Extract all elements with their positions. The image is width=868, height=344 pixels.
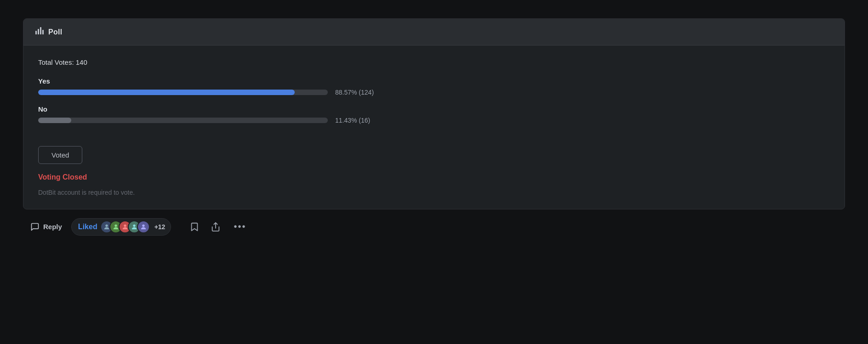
bookmark-icon: [189, 222, 200, 232]
svg-rect-0: [35, 31, 37, 34]
svg-rect-3: [42, 30, 44, 34]
reply-button[interactable]: Reply: [25, 219, 68, 235]
poll-option-no: No 11.43% (16): [38, 105, 830, 124]
svg-rect-1: [38, 29, 39, 34]
poll-card: Poll Total Votes: 140 Yes 88.57% (124) N…: [23, 18, 845, 209]
option-no-percentage: 11.43% (16): [335, 117, 370, 124]
svg-point-5: [114, 224, 117, 226]
option-yes-percentage: 88.57% (124): [335, 89, 374, 96]
reply-label: Reply: [43, 223, 62, 231]
action-bar: Reply Liked: [23, 209, 845, 236]
liked-label: Liked: [78, 223, 97, 231]
option-no-label: No: [38, 105, 830, 113]
option-no-bar-track: [38, 118, 328, 123]
share-button[interactable]: [207, 218, 224, 236]
dots-icon: •••: [234, 221, 246, 231]
voted-button[interactable]: Voted: [38, 146, 82, 164]
plus-count: +12: [154, 223, 166, 231]
share-icon: [211, 222, 221, 232]
option-yes-bar-row: 88.57% (124): [38, 89, 830, 96]
bookmark-button[interactable]: [186, 218, 203, 236]
total-votes: Total Votes: 140: [38, 58, 830, 66]
voting-closed-label: Voting Closed: [38, 173, 830, 181]
poll-option-yes: Yes 88.57% (124): [38, 77, 830, 96]
svg-point-8: [142, 224, 144, 226]
poll-icon: [34, 26, 44, 38]
option-no-bar-row: 11.43% (16): [38, 117, 830, 124]
svg-point-7: [133, 224, 135, 226]
poll-body: Total Votes: 140 Yes 88.57% (124) No: [23, 45, 845, 209]
avatar-5: [137, 220, 150, 233]
avatar-stack: [100, 220, 150, 233]
option-yes-bar-track: [38, 90, 328, 95]
poll-title: Poll: [48, 28, 63, 36]
option-yes-bar-fill: [38, 90, 295, 95]
svg-point-6: [124, 224, 126, 226]
option-yes-label: Yes: [38, 77, 830, 85]
option-no-bar-fill: [38, 118, 71, 123]
svg-rect-2: [40, 27, 41, 34]
vote-requirement-text: DotBit account is required to vote.: [38, 189, 830, 196]
svg-point-4: [105, 224, 108, 226]
reply-icon: [30, 222, 40, 231]
poll-header: Poll: [23, 19, 845, 45]
more-options-button[interactable]: •••: [228, 218, 251, 236]
liked-group[interactable]: Liked +12: [71, 218, 171, 236]
